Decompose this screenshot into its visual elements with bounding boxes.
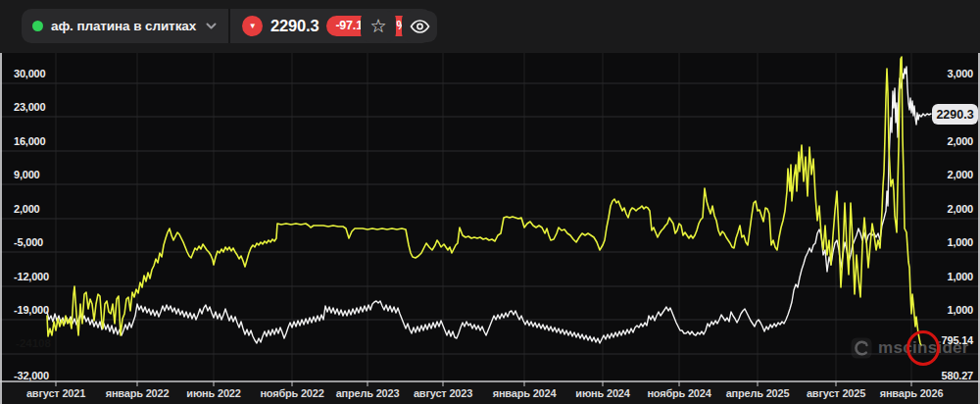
trading-app-window: аф. платина в слитках ▼ 2290.3 -97.1 (-4… <box>0 0 980 404</box>
watermark-logo-icon <box>851 337 872 359</box>
right-axis-bottom-label: 580.27 <box>942 370 973 381</box>
right-axis-label: 1,000 <box>947 236 973 248</box>
left-edge-border <box>0 53 2 404</box>
chart-canvas[interactable] <box>0 0 980 404</box>
left-axis-label: -5,000 <box>14 236 43 248</box>
x-axis-label: август 2021 <box>26 387 85 399</box>
left-axis-label: 23,000 <box>14 101 45 113</box>
right-axis-label: 1,000 <box>947 271 973 282</box>
x-axis-label: январь 2026 <box>880 387 944 399</box>
left-axis-label: 16,000 <box>14 135 45 147</box>
x-axis-label: август 2023 <box>414 387 472 399</box>
x-axis-label: июнь 2022 <box>186 387 240 399</box>
x-axis-label: апрель 2025 <box>726 387 790 399</box>
yellow-series-value-pill: -24108 <box>12 334 55 351</box>
white-series-price-badge: 2290.3 <box>932 104 978 125</box>
left-axis-label: -19,000 <box>14 304 49 316</box>
x-axis-label: ноябрь 2022 <box>260 387 323 399</box>
x-axis-label: апрель 2023 <box>336 387 400 399</box>
yellow-indicator-line <box>47 57 921 345</box>
red-circle-annotation <box>906 330 940 366</box>
right-axis-last-value: 795.14 <box>942 334 973 346</box>
left-axis-label: 30,000 <box>14 68 45 79</box>
x-axis-label: январь 2024 <box>493 387 557 399</box>
right-axis-label: 3,000 <box>947 68 973 79</box>
x-axis-label: август 2025 <box>807 387 865 399</box>
x-axis-label: январь 2022 <box>106 387 170 399</box>
right-axis-label: 2,000 <box>947 135 973 147</box>
left-axis-bottom-label: -32,000 <box>14 370 49 381</box>
x-axis-label: ноябрь 2024 <box>647 387 710 399</box>
right-axis-label: 2,000 <box>947 169 973 180</box>
left-axis-label: -12,000 <box>14 271 49 282</box>
left-axis-label: 9,000 <box>14 169 40 180</box>
white-price-line <box>47 67 931 343</box>
right-axis-label: 1,000 <box>947 304 973 316</box>
right-axis-label: 2,000 <box>947 203 973 215</box>
left-axis-label: 2,000 <box>14 203 40 215</box>
x-axis-label: июнь 2024 <box>575 387 629 399</box>
